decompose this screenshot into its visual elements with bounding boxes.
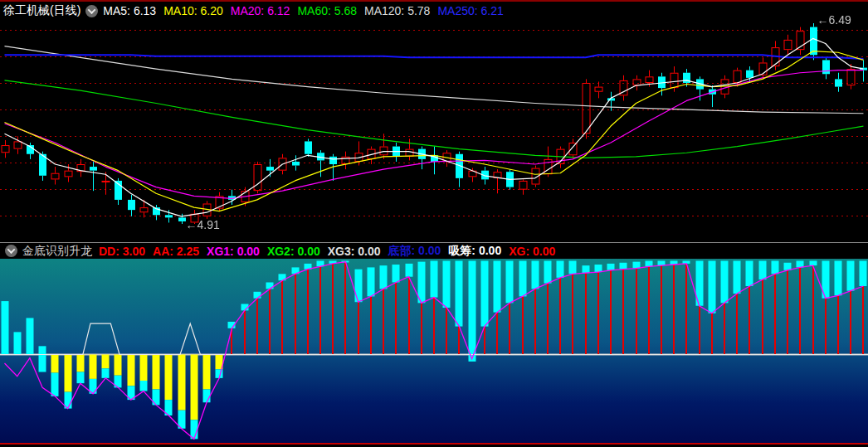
- xg1-label: XG1:: [207, 245, 234, 258]
- ma250-label: MA250:: [437, 4, 477, 17]
- main-chart-header: 徐工机械(日线) MA5: 6.13 MA10: 6.20 MA20: 6.12…: [0, 2, 868, 20]
- price-panel: [0, 20, 868, 242]
- dibu-value: 0.00: [418, 244, 441, 257]
- xg-value: 0.00: [533, 245, 555, 258]
- indicator-field-xg: XG: 0.00: [509, 245, 555, 258]
- ma60-value: 5.68: [334, 4, 357, 17]
- xg3-label: XG3:: [328, 245, 355, 258]
- symbol-title: 徐工机械(日线): [3, 3, 80, 18]
- indicator-field-dibu: 底部: 0.00: [388, 244, 441, 259]
- xg3-value: 0.00: [358, 245, 380, 258]
- indicator-title: 金底识别升龙: [22, 244, 92, 259]
- chevron-down-icon[interactable]: [5, 245, 17, 257]
- indicator-field-xg3: XG3: 0.00: [328, 245, 381, 258]
- xg2-label: XG2:: [267, 245, 295, 258]
- dd-label: DD:: [99, 245, 119, 258]
- dibu-label: 底部:: [388, 244, 416, 257]
- ma60-label: MA60:: [297, 4, 330, 17]
- ma5-value: 6.13: [134, 4, 156, 17]
- xichou-value: 0.00: [479, 244, 501, 257]
- window-bottom-border: [0, 443, 868, 445]
- indicator-header: 金底识别升龙 DD: 3.00 AA: 2.25 XG1: 0.00 XG2: …: [0, 243, 868, 259]
- ma5-label: MA5:: [103, 4, 130, 17]
- ma20-label: MA20:: [231, 4, 264, 17]
- xichou-label: 吸筹:: [448, 244, 475, 257]
- indicator-field-xg1: XG1: 0.00: [207, 245, 260, 258]
- ma120-value: 5.78: [407, 4, 430, 17]
- ma60-readout: MA60: 5.68: [297, 4, 357, 17]
- ma10-label: MA10:: [163, 4, 197, 17]
- xg2-value: 0.00: [297, 245, 319, 258]
- xg1-value: 0.00: [237, 245, 260, 258]
- ma250-readout: MA250: 6.21: [437, 4, 503, 17]
- ma10-readout: MA10: 6.20: [163, 4, 223, 17]
- indicator-chart[interactable]: [0, 259, 868, 444]
- ma10-value: 6.20: [201, 4, 223, 17]
- ma120-label: MA120:: [364, 4, 404, 17]
- indicator-field-xg2: XG2: 0.00: [267, 245, 320, 258]
- ma120-readout: MA120: 5.78: [364, 4, 430, 17]
- tdx-chart-window: 徐工机械(日线) MA5: 6.13 MA10: 6.20 MA20: 6.12…: [0, 0, 868, 447]
- indicator-field-xichou: 吸筹: 0.00: [448, 244, 501, 259]
- indicator-field-aa: AA: 2.25: [153, 245, 199, 258]
- candlestick-chart[interactable]: [0, 20, 868, 242]
- indicator-panel: [0, 259, 868, 444]
- indicator-field-dd: DD: 3.00: [99, 245, 145, 258]
- aa-value: 2.25: [177, 245, 199, 258]
- ma20-value: 6.12: [267, 4, 290, 17]
- dd-value: 3.00: [123, 245, 145, 258]
- ma20-readout: MA20: 6.12: [231, 4, 290, 17]
- xg-label: XG:: [509, 245, 529, 258]
- ma5-readout: MA5: 6.13: [103, 4, 156, 17]
- ma250-value: 6.21: [481, 4, 504, 17]
- aa-label: AA:: [153, 245, 173, 258]
- chevron-down-icon[interactable]: [85, 5, 98, 17]
